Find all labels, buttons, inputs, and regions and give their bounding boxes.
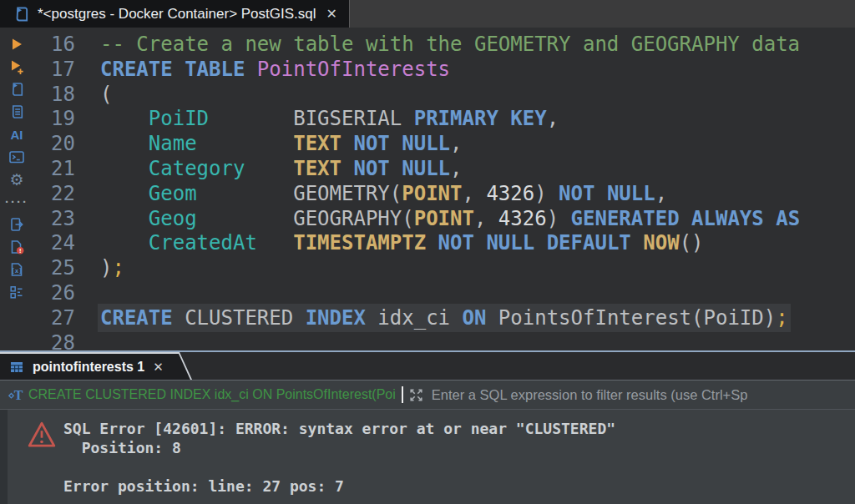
line-number: 20	[33, 132, 75, 157]
filter-input-placeholder[interactable]: Enter a SQL expression to filter results…	[432, 387, 748, 403]
code-line-22[interactable]: 22 Geom GEOMETRY(POINT, 4326) NOT NULL,	[33, 182, 855, 207]
expand-filter-icon[interactable]	[407, 386, 425, 404]
code-line-25[interactable]: 25);	[33, 256, 855, 281]
editor-main-area: AI⚙····![x] 16-- Create a new table with…	[0, 28, 855, 350]
code-line-18[interactable]: 18(	[33, 83, 855, 108]
line-number: 21	[33, 157, 75, 182]
editor-toolbar-sidebar: AI⚙····![x]	[0, 28, 33, 350]
editor-tab-title: *<postgres - Docker Container> PostGIS.s…	[38, 6, 316, 23]
code-line-26[interactable]: 26	[33, 281, 855, 306]
line-number: 19	[33, 107, 75, 132]
line-number: 28	[33, 331, 75, 350]
line-number: 16	[33, 33, 75, 58]
code-line-19[interactable]: 19 PoiID BIGSERIAL PRIMARY KEY,	[33, 107, 855, 132]
template-document-icon[interactable]: [x]	[0, 258, 33, 280]
table-grid-icon	[8, 359, 25, 375]
sql-script-icon	[12, 5, 30, 23]
structure-outline-icon[interactable]	[0, 280, 33, 303]
code-line-20[interactable]: 20 Name TEXT NOT NULL,	[33, 132, 855, 157]
current-statement-highlight: CREATE CLUSTERED INDEX idx_ci ON PointsO…	[100, 306, 788, 330]
execute-new-tab-icon[interactable]	[0, 55, 33, 78]
line-number: 22	[33, 182, 75, 207]
warning-triangle-icon	[27, 421, 57, 504]
line-number: 23	[33, 207, 75, 232]
results-tab-bar: pointofinterests 1 ✕	[0, 352, 855, 380]
error-message: SQL Error [42601]: ERROR: syntax error a…	[63, 419, 615, 504]
filter-query-text: CREATE CLUSTERED INDEX idx_ci ON PointsO…	[28, 387, 396, 402]
code-line-17[interactable]: 17CREATE TABLE PointOfInterests	[33, 58, 855, 83]
code-line-16[interactable]: 16-- Create a new table with the GEOMETR…	[33, 33, 855, 58]
text-caret	[402, 386, 403, 403]
line-number: 18	[33, 83, 75, 108]
svg-text:T: T	[14, 388, 23, 402]
code-line-27[interactable]: 27CREATE CLUSTERED INDEX idx_ci ON Point…	[33, 306, 855, 331]
line-number: 24	[33, 231, 75, 256]
code-line-24[interactable]: 24 CreatedAt TIMESTAMPTZ NOT NULL DEFAUL…	[33, 231, 855, 256]
error-panel-gutter	[0, 410, 8, 504]
sql-console-icon[interactable]	[0, 145, 33, 168]
code-line-21[interactable]: 21 Category TEXT NOT NULL,	[33, 157, 855, 182]
code-line-28[interactable]: 28	[33, 331, 855, 350]
results-tab-close-icon[interactable]: ✕	[153, 360, 164, 375]
document-error-icon[interactable]: !	[0, 235, 33, 258]
ai-assistant-icon[interactable]: AI	[0, 123, 33, 145]
execute-statement-icon[interactable]	[0, 33, 33, 55]
editor-tab-bar: *<postgres - Docker Container> PostGIS.s…	[0, 0, 855, 28]
editor-tab-close-icon[interactable]: ✕	[326, 6, 337, 22]
results-filter-bar[interactable]: T CREATE CLUSTERED INDEX idx_ci ON Point…	[0, 380, 855, 410]
results-tab-title: pointofinterests 1	[33, 360, 144, 375]
code-line-23[interactable]: 23 Geog GEOGRAPHY(POINT, 4326) GENERATED…	[33, 207, 855, 232]
editor-tab[interactable]: *<postgres - Docker Container> PostGIS.s…	[0, 0, 350, 28]
explain-plan-icon[interactable]	[0, 100, 33, 123]
sql-editor-window: *<postgres - Docker Container> PostGIS.s…	[0, 0, 855, 504]
line-number: 26	[33, 281, 75, 306]
svg-text:!: !	[19, 247, 22, 255]
svg-text:[x]: [x]	[11, 266, 23, 274]
line-number: 17	[33, 58, 75, 83]
execute-script-icon[interactable]	[0, 78, 33, 100]
overflow-dots-icon[interactable]: ····	[0, 190, 33, 213]
sql-expression-icon: T	[7, 386, 25, 404]
export-data-icon[interactable]	[0, 213, 33, 235]
settings-gear-icon[interactable]: ⚙	[0, 168, 33, 190]
error-panel: SQL Error [42601]: ERROR: syntax error a…	[0, 410, 855, 504]
code-editor[interactable]: 16-- Create a new table with the GEOMETR…	[33, 28, 855, 350]
results-tab[interactable]: pointofinterests 1 ✕	[0, 352, 192, 380]
line-number: 25	[33, 256, 75, 281]
svg-text:AI: AI	[11, 127, 23, 141]
line-number: 27	[33, 306, 75, 331]
